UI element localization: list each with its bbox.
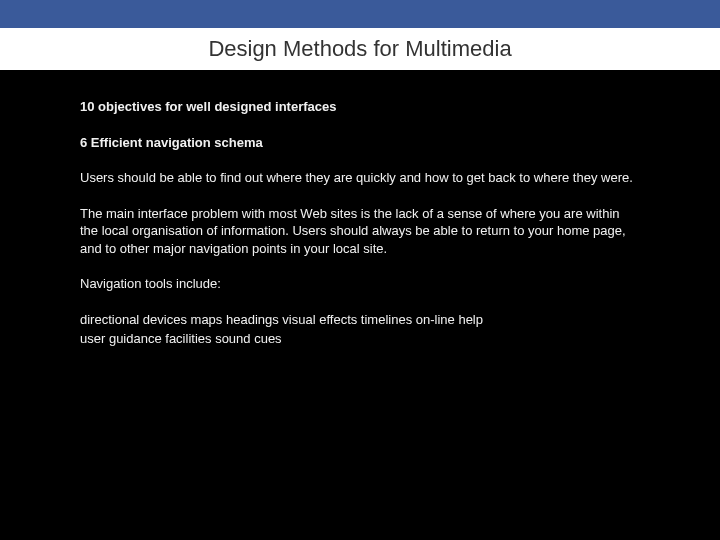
tools-line-2: user guidance facilities sound cues — [80, 330, 640, 348]
title-bar: Design Methods for Multimedia — [0, 28, 720, 70]
paragraph-1: Users should be able to find out where t… — [80, 169, 640, 187]
paragraph-3: Navigation tools include: — [80, 275, 640, 293]
content-area: 10 objectives for well designed interfac… — [0, 70, 720, 370]
tools-line-1: directional devices maps headings visual… — [80, 311, 640, 329]
top-banner — [0, 0, 720, 28]
section-heading: 10 objectives for well designed interfac… — [80, 98, 640, 116]
page-title: Design Methods for Multimedia — [208, 36, 511, 62]
paragraph-2: The main interface problem with most Web… — [80, 205, 640, 258]
subheading: 6 Efficient navigation schema — [80, 134, 640, 152]
